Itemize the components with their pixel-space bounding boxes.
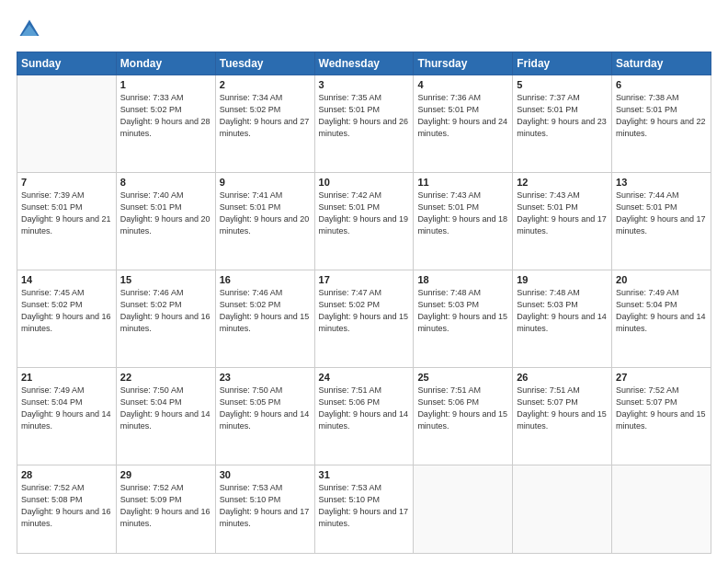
calendar-row-2: 14Sunrise: 7:45 AMSunset: 5:02 PMDayligh… <box>17 270 711 368</box>
calendar-cell: 17Sunrise: 7:47 AMSunset: 5:02 PMDayligh… <box>314 270 414 368</box>
calendar-cell: 10Sunrise: 7:42 AMSunset: 5:01 PMDayligh… <box>314 173 414 270</box>
cell-info: Sunrise: 7:44 AMSunset: 5:01 PMDaylight:… <box>616 190 707 237</box>
calendar-row-3: 21Sunrise: 7:49 AMSunset: 5:04 PMDayligh… <box>17 368 711 465</box>
page: SundayMondayTuesdayWednesdayThursdayFrid… <box>0 0 728 563</box>
cell-info: Sunrise: 7:37 AMSunset: 5:01 PMDaylight:… <box>517 92 608 140</box>
header <box>17 17 711 42</box>
weekday-header-thursday: Thursday <box>414 52 513 75</box>
day-number: 23 <box>220 372 311 383</box>
cell-info: Sunrise: 7:51 AMSunset: 5:06 PMDaylight:… <box>417 385 508 432</box>
cell-info: Sunrise: 7:34 AMSunset: 5:02 PMDaylight:… <box>220 92 311 140</box>
cell-info: Sunrise: 7:33 AMSunset: 5:02 PMDaylight:… <box>120 92 211 140</box>
calendar-cell <box>17 75 117 173</box>
cell-info: Sunrise: 7:52 AMSunset: 5:08 PMDaylight:… <box>21 482 112 530</box>
calendar-cell: 2Sunrise: 7:34 AMSunset: 5:02 PMDaylight… <box>215 75 314 173</box>
calendar-cell: 14Sunrise: 7:45 AMSunset: 5:02 PMDayligh… <box>17 270 117 368</box>
calendar-cell: 31Sunrise: 7:53 AMSunset: 5:10 PMDayligh… <box>314 465 414 554</box>
calendar-cell: 23Sunrise: 7:50 AMSunset: 5:05 PMDayligh… <box>215 368 314 465</box>
day-number: 11 <box>417 177 508 188</box>
calendar-cell: 28Sunrise: 7:52 AMSunset: 5:08 PMDayligh… <box>17 465 117 554</box>
day-number: 8 <box>120 177 211 188</box>
calendar-cell: 13Sunrise: 7:44 AMSunset: 5:01 PMDayligh… <box>612 173 711 270</box>
cell-info: Sunrise: 7:46 AMSunset: 5:02 PMDaylight:… <box>220 287 311 335</box>
cell-info: Sunrise: 7:52 AMSunset: 5:09 PMDaylight:… <box>120 482 211 530</box>
day-number: 28 <box>21 469 112 480</box>
calendar-cell: 26Sunrise: 7:51 AMSunset: 5:07 PMDayligh… <box>513 368 612 465</box>
day-number: 7 <box>21 177 112 188</box>
calendar-cell <box>414 465 513 554</box>
day-number: 22 <box>120 372 211 383</box>
calendar-cell: 4Sunrise: 7:36 AMSunset: 5:01 PMDaylight… <box>414 75 513 173</box>
day-number: 15 <box>120 274 211 285</box>
day-number: 18 <box>417 274 508 285</box>
calendar-cell: 8Sunrise: 7:40 AMSunset: 5:01 PMDaylight… <box>116 173 215 270</box>
calendar-cell: 3Sunrise: 7:35 AMSunset: 5:01 PMDaylight… <box>314 75 414 173</box>
calendar-cell: 9Sunrise: 7:41 AMSunset: 5:01 PMDaylight… <box>215 173 314 270</box>
day-number: 26 <box>517 372 608 383</box>
calendar-cell: 29Sunrise: 7:52 AMSunset: 5:09 PMDayligh… <box>116 465 215 554</box>
day-number: 6 <box>616 79 707 90</box>
cell-info: Sunrise: 7:48 AMSunset: 5:03 PMDaylight:… <box>417 287 508 335</box>
cell-info: Sunrise: 7:47 AMSunset: 5:02 PMDaylight:… <box>319 287 410 335</box>
calendar-cell: 20Sunrise: 7:49 AMSunset: 5:04 PMDayligh… <box>612 270 711 368</box>
calendar-table: SundayMondayTuesdayWednesdayThursdayFrid… <box>17 52 711 554</box>
calendar-cell <box>513 465 612 554</box>
day-number: 25 <box>417 372 508 383</box>
day-number: 9 <box>220 177 311 188</box>
calendar-cell: 24Sunrise: 7:51 AMSunset: 5:06 PMDayligh… <box>314 368 414 465</box>
calendar-row-0: 1Sunrise: 7:33 AMSunset: 5:02 PMDaylight… <box>17 75 711 173</box>
day-number: 13 <box>616 177 707 188</box>
calendar-cell: 22Sunrise: 7:50 AMSunset: 5:04 PMDayligh… <box>116 368 215 465</box>
day-number: 5 <box>517 79 608 90</box>
calendar-cell: 11Sunrise: 7:43 AMSunset: 5:01 PMDayligh… <box>414 173 513 270</box>
cell-info: Sunrise: 7:40 AMSunset: 5:01 PMDaylight:… <box>120 190 211 237</box>
weekday-header-tuesday: Tuesday <box>215 52 314 75</box>
day-number: 31 <box>319 469 410 480</box>
day-number: 27 <box>616 372 707 383</box>
day-number: 24 <box>319 372 410 383</box>
day-number: 20 <box>616 274 707 285</box>
weekday-header-row: SundayMondayTuesdayWednesdayThursdayFrid… <box>17 52 711 75</box>
cell-info: Sunrise: 7:51 AMSunset: 5:07 PMDaylight:… <box>517 385 608 432</box>
cell-info: Sunrise: 7:51 AMSunset: 5:06 PMDaylight:… <box>319 385 410 432</box>
cell-info: Sunrise: 7:50 AMSunset: 5:05 PMDaylight:… <box>220 385 311 432</box>
weekday-header-wednesday: Wednesday <box>314 52 414 75</box>
calendar-cell: 5Sunrise: 7:37 AMSunset: 5:01 PMDaylight… <box>513 75 612 173</box>
cell-info: Sunrise: 7:49 AMSunset: 5:04 PMDaylight:… <box>21 385 112 432</box>
calendar-cell: 15Sunrise: 7:46 AMSunset: 5:02 PMDayligh… <box>116 270 215 368</box>
weekday-header-sunday: Sunday <box>17 52 117 75</box>
day-number: 4 <box>417 79 508 90</box>
day-number: 19 <box>517 274 608 285</box>
cell-info: Sunrise: 7:35 AMSunset: 5:01 PMDaylight:… <box>319 92 410 140</box>
calendar-cell: 19Sunrise: 7:48 AMSunset: 5:03 PMDayligh… <box>513 270 612 368</box>
cell-info: Sunrise: 7:41 AMSunset: 5:01 PMDaylight:… <box>220 190 311 237</box>
calendar-cell: 7Sunrise: 7:39 AMSunset: 5:01 PMDaylight… <box>17 173 117 270</box>
logo-icon <box>17 17 42 42</box>
weekday-header-saturday: Saturday <box>612 52 711 75</box>
calendar-cell: 18Sunrise: 7:48 AMSunset: 5:03 PMDayligh… <box>414 270 513 368</box>
day-number: 21 <box>21 372 112 383</box>
calendar-cell <box>612 465 711 554</box>
cell-info: Sunrise: 7:52 AMSunset: 5:07 PMDaylight:… <box>616 385 707 432</box>
cell-info: Sunrise: 7:50 AMSunset: 5:04 PMDaylight:… <box>120 385 211 432</box>
calendar-cell: 12Sunrise: 7:43 AMSunset: 5:01 PMDayligh… <box>513 173 612 270</box>
cell-info: Sunrise: 7:49 AMSunset: 5:04 PMDaylight:… <box>616 287 707 335</box>
day-number: 10 <box>319 177 410 188</box>
cell-info: Sunrise: 7:38 AMSunset: 5:01 PMDaylight:… <box>616 92 707 140</box>
cell-info: Sunrise: 7:46 AMSunset: 5:02 PMDaylight:… <box>120 287 211 335</box>
day-number: 12 <box>517 177 608 188</box>
day-number: 16 <box>220 274 311 285</box>
cell-info: Sunrise: 7:42 AMSunset: 5:01 PMDaylight:… <box>319 190 410 237</box>
cell-info: Sunrise: 7:43 AMSunset: 5:01 PMDaylight:… <box>417 190 508 237</box>
day-number: 29 <box>120 469 211 480</box>
day-number: 1 <box>120 79 211 90</box>
cell-info: Sunrise: 7:53 AMSunset: 5:10 PMDaylight:… <box>319 482 410 530</box>
logo <box>17 17 46 42</box>
day-number: 3 <box>319 79 410 90</box>
calendar-cell: 16Sunrise: 7:46 AMSunset: 5:02 PMDayligh… <box>215 270 314 368</box>
cell-info: Sunrise: 7:48 AMSunset: 5:03 PMDaylight:… <box>517 287 608 335</box>
day-number: 14 <box>21 274 112 285</box>
day-number: 2 <box>220 79 311 90</box>
calendar-cell: 30Sunrise: 7:53 AMSunset: 5:10 PMDayligh… <box>215 465 314 554</box>
cell-info: Sunrise: 7:36 AMSunset: 5:01 PMDaylight:… <box>417 92 508 140</box>
